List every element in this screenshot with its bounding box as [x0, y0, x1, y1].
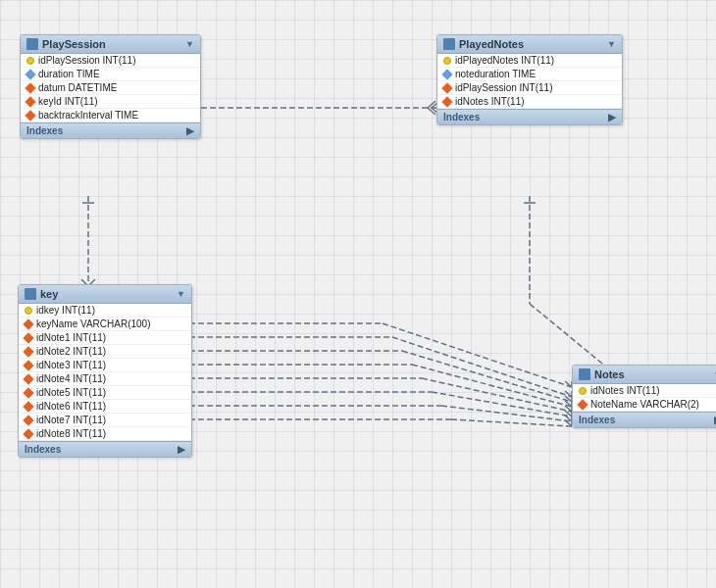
indexes-arrow: ▶ — [186, 125, 194, 136]
field-label: idNotes INT(11) — [455, 96, 525, 107]
diamond-icon — [25, 110, 35, 121]
svg-line-53 — [565, 416, 572, 421]
field-label: keyId INT(11) — [38, 96, 98, 107]
diamond-blue-icon — [441, 69, 452, 79]
svg-line-4 — [428, 108, 435, 115]
playsession-header[interactable]: PlaySession ▼ — [21, 35, 200, 54]
field-label: idPlaySession INT(11) — [38, 55, 135, 66]
diamond-icon — [23, 387, 33, 398]
playednotes-title: PlayedNotes — [459, 38, 524, 50]
svg-line-23 — [565, 391, 572, 397]
field-label: idPlayedNotes INT(11) — [455, 55, 554, 66]
field-row: datum DATETIME — [21, 81, 200, 95]
diamond-blue-icon — [25, 69, 35, 79]
svg-line-11 — [530, 304, 613, 372]
field-label: idNote1 INT(11) — [36, 332, 106, 343]
table-icon — [443, 38, 455, 50]
svg-line-34 — [412, 365, 572, 407]
indexes-arrow: ▶ — [178, 444, 185, 455]
field-row: noteduration TIME — [437, 68, 622, 81]
svg-line-29 — [565, 396, 572, 402]
svg-line-17 — [565, 381, 572, 387]
indexes-label: Indexes — [26, 125, 63, 136]
diamond-icon — [23, 346, 33, 357]
svg-line-41 — [565, 406, 572, 412]
field-row: idNote2 INT(11) — [19, 345, 191, 359]
diamond-icon — [577, 399, 588, 410]
field-row: idNote6 INT(11) — [19, 400, 191, 414]
key-icon — [25, 307, 32, 315]
key-dropdown[interactable]: ▼ — [177, 289, 185, 299]
svg-line-46 — [432, 392, 572, 416]
svg-line-59 — [565, 420, 572, 426]
playsession-dropdown[interactable]: ▼ — [185, 39, 194, 49]
key-icon — [26, 57, 34, 65]
diamond-icon — [23, 401, 33, 412]
field-label: NoteName VARCHAR(2) — [590, 399, 699, 410]
diamond-icon — [441, 96, 452, 107]
field-label: keyName VARCHAR(100) — [36, 318, 151, 329]
playednotes-table[interactable]: PlayedNotes ▼ idPlayedNotes INT(11) note… — [436, 34, 623, 125]
field-row: idNote3 INT(11) — [19, 359, 191, 372]
field-label: noteduration TIME — [455, 69, 536, 79]
key-table[interactable]: key ▼ idkey INT(11) keyName VARCHAR(100)… — [18, 284, 192, 458]
field-label: datum DATETIME — [38, 82, 117, 93]
field-row: idPlayedNotes INT(11) — [437, 54, 622, 68]
field-row: idNote5 INT(11) — [19, 386, 191, 400]
key-icon — [443, 57, 451, 65]
table-icon — [26, 38, 38, 50]
indexes-label: Indexes — [579, 415, 615, 425]
field-label: duration TIME — [38, 69, 100, 79]
playsession-footer[interactable]: Indexes ▶ — [21, 122, 200, 138]
field-row: idkey INT(11) — [19, 304, 191, 318]
field-row: idPlaySession INT(11) — [437, 81, 622, 95]
table-icon — [579, 368, 590, 380]
field-label: idNote8 INT(11) — [36, 428, 106, 439]
diamond-icon — [25, 96, 35, 107]
playednotes-footer[interactable]: Indexes ▶ — [437, 109, 622, 124]
field-row: idNote8 INT(11) — [19, 427, 191, 441]
svg-line-52 — [441, 406, 572, 421]
field-label: idNote5 INT(11) — [36, 387, 106, 398]
svg-line-47 — [565, 411, 572, 416]
key-header[interactable]: key ▼ — [19, 285, 191, 304]
field-label: idkey INT(11) — [36, 305, 95, 316]
playednotes-header[interactable]: PlayedNotes ▼ — [437, 35, 622, 54]
field-row: NoteName VARCHAR(2) — [573, 398, 716, 412]
playsession-table[interactable]: PlaySession ▼ idPlaySession INT(11) dura… — [20, 34, 201, 139]
field-label: idNote7 INT(11) — [36, 415, 106, 425]
notes-header[interactable]: Notes ▼ — [573, 366, 716, 384]
diamond-icon — [23, 373, 33, 384]
svg-line-22 — [392, 337, 572, 397]
field-label: idPlaySession INT(11) — [455, 82, 552, 93]
field-label: idNote3 INT(11) — [36, 360, 106, 370]
svg-line-35 — [565, 401, 572, 407]
svg-line-3 — [428, 101, 435, 108]
field-label: idNotes INT(11) — [590, 385, 660, 396]
field-label: idNote4 INT(11) — [36, 373, 106, 384]
field-row: idPlaySession INT(11) — [21, 54, 200, 68]
field-label: idNote2 INT(11) — [36, 346, 106, 357]
field-label: idNote6 INT(11) — [36, 401, 106, 412]
indexes-label: Indexes — [443, 112, 480, 122]
svg-line-16 — [383, 323, 572, 387]
field-row: duration TIME — [21, 68, 200, 81]
playsession-title: PlaySession — [42, 38, 106, 50]
key-footer[interactable]: Indexes ▶ — [19, 441, 191, 457]
diamond-icon — [23, 415, 33, 425]
svg-line-58 — [451, 419, 572, 426]
diamond-icon — [441, 82, 452, 93]
svg-line-28 — [402, 351, 572, 402]
diamond-icon — [23, 318, 33, 329]
field-row: keyName VARCHAR(100) — [19, 318, 191, 331]
field-row: idNotes INT(11) — [573, 384, 716, 398]
notes-footer[interactable]: Indexes ▶ — [573, 412, 716, 427]
field-row: backtrackInterval TIME — [21, 109, 200, 122]
indexes-label: Indexes — [25, 444, 61, 455]
playednotes-dropdown[interactable]: ▼ — [607, 39, 616, 49]
diamond-icon — [23, 332, 33, 343]
notes-table[interactable]: Notes ▼ idNotes INT(11) NoteName VARCHAR… — [572, 365, 716, 428]
indexes-arrow: ▶ — [608, 112, 616, 122]
key-title: key — [40, 288, 58, 300]
diamond-icon — [23, 428, 33, 439]
